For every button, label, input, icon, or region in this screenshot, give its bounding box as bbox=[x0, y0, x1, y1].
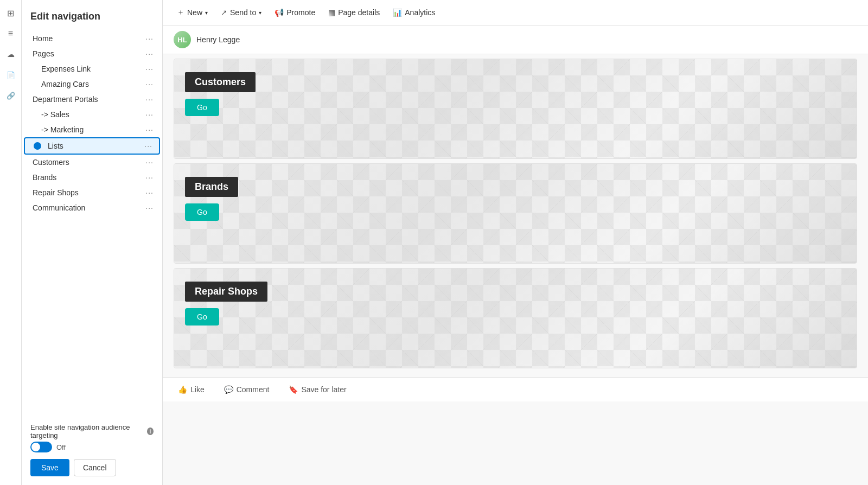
user-name: Henry Legge bbox=[196, 35, 240, 44]
nav-actions: Save Cancel bbox=[30, 459, 154, 476]
send-chevron-icon: ▾ bbox=[259, 10, 261, 16]
customers-card-title: Customers bbox=[185, 72, 256, 92]
more-options-repair-shops[interactable]: ··· bbox=[145, 188, 154, 197]
more-options-sales[interactable]: ··· bbox=[145, 110, 154, 119]
like-button[interactable]: 👍 Like bbox=[174, 383, 209, 396]
nav-item-repair-shops[interactable]: Repair Shops ··· bbox=[24, 185, 160, 200]
nav-items-list: Home ··· Pages ··· Expenses Link ··· Ama… bbox=[22, 31, 162, 215]
more-options-lists[interactable]: ··· bbox=[144, 142, 152, 150]
customers-card: Customers Go bbox=[174, 59, 857, 159]
promote-button[interactable]: 📢 Promote bbox=[269, 5, 321, 20]
plus-icon: ＋ bbox=[177, 8, 184, 17]
new-chevron-icon: ▾ bbox=[205, 10, 208, 16]
toggle-row: Off bbox=[30, 442, 154, 452]
nav-item-home[interactable]: Home ··· bbox=[24, 31, 160, 46]
nav-item-sales[interactable]: -> Sales ··· bbox=[24, 107, 160, 122]
audience-targeting-label: Enable site navigation audience targetin… bbox=[30, 423, 154, 439]
comment-icon: 💬 bbox=[224, 385, 233, 394]
toggle-knob bbox=[31, 443, 40, 451]
card-bg-brands bbox=[174, 164, 857, 263]
nav-item-marketing[interactable]: -> Marketing ··· bbox=[24, 122, 160, 137]
link-icon[interactable]: 🔗 bbox=[2, 87, 20, 104]
toggle-state-label: Off bbox=[56, 443, 66, 451]
details-icon: ▦ bbox=[328, 8, 335, 17]
nav-item-amazing-cars[interactable]: Amazing Cars ··· bbox=[24, 76, 160, 92]
new-button[interactable]: ＋ New ▾ bbox=[171, 4, 213, 21]
more-options-expenses[interactable]: ··· bbox=[145, 65, 154, 73]
page-area: HL Henry Legge Customers Go Brands Go bbox=[163, 25, 868, 485]
analytics-button[interactable]: 📊 Analytics bbox=[387, 5, 441, 20]
main-content: ＋ New ▾ ↗ Send to ▾ 📢 Promote ▦ Page det… bbox=[163, 0, 868, 485]
promote-icon: 📢 bbox=[275, 8, 284, 17]
analytics-icon: 📊 bbox=[393, 8, 402, 17]
more-options-dept[interactable]: ··· bbox=[145, 95, 154, 104]
repair-shops-card: Repair Shops Go bbox=[174, 268, 857, 368]
repair-shops-card-title: Repair Shops bbox=[185, 282, 267, 302]
bookmark-icon: 🔖 bbox=[289, 385, 298, 394]
nav-item-customers[interactable]: Customers ··· bbox=[24, 155, 160, 170]
menu-icon[interactable]: ≡ bbox=[2, 25, 20, 42]
card-content-customers: Customers Go bbox=[174, 59, 266, 129]
nav-item-department-portals[interactable]: Department Portals ··· bbox=[24, 92, 160, 107]
nav-item-communication[interactable]: Communication ··· bbox=[24, 200, 160, 215]
more-options-amazing-cars[interactable]: ··· bbox=[145, 80, 154, 88]
more-options-customers[interactable]: ··· bbox=[145, 158, 154, 167]
more-options-communication[interactable]: ··· bbox=[145, 203, 154, 212]
comment-button[interactable]: 💬 Comment bbox=[220, 383, 274, 396]
page-icon[interactable]: 📄 bbox=[2, 66, 20, 84]
send-icon: ↗ bbox=[221, 8, 227, 17]
like-icon: 👍 bbox=[178, 385, 187, 394]
cards-container: Customers Go Brands Go Repair Shops Go bbox=[163, 54, 868, 377]
brands-go-button[interactable]: Go bbox=[185, 203, 219, 221]
repair-shops-go-button[interactable]: Go bbox=[185, 308, 219, 326]
card-bg-customers bbox=[174, 59, 857, 158]
panel-title: Edit navigation bbox=[22, 0, 162, 31]
action-bar: 👍 Like 💬 Comment 🔖 Save for later bbox=[163, 377, 868, 401]
more-options-pages[interactable]: ··· bbox=[145, 49, 154, 58]
nav-item-expenses-link[interactable]: Expenses Link ··· bbox=[24, 61, 160, 76]
info-icon[interactable]: i bbox=[147, 427, 154, 435]
nav-item-lists[interactable]: Lists ··· bbox=[24, 137, 160, 155]
drag-handle[interactable] bbox=[34, 142, 41, 150]
nav-item-pages[interactable]: Pages ··· bbox=[24, 46, 160, 61]
nav-bottom: Enable site navigation audience targetin… bbox=[22, 414, 162, 485]
brands-card-title: Brands bbox=[185, 177, 238, 197]
audience-toggle[interactable] bbox=[30, 442, 52, 452]
icon-rail: ⊞ ≡ ☁ 📄 🔗 bbox=[0, 0, 22, 485]
send-to-button[interactable]: ↗ Send to ▾ bbox=[215, 5, 267, 20]
nav-item-brands[interactable]: Brands ··· bbox=[24, 170, 160, 185]
cloud-icon[interactable]: ☁ bbox=[2, 46, 20, 63]
home-nav-icon[interactable]: ⊞ bbox=[2, 4, 20, 22]
brands-card: Brands Go bbox=[174, 163, 857, 264]
toolbar: ＋ New ▾ ↗ Send to ▾ 📢 Promote ▦ Page det… bbox=[163, 0, 868, 25]
card-content-brands: Brands Go bbox=[174, 164, 249, 234]
navigation-panel: Edit navigation Home ··· Pages ··· Expen… bbox=[22, 0, 163, 485]
more-options-brands[interactable]: ··· bbox=[145, 173, 154, 182]
customers-go-button[interactable]: Go bbox=[185, 99, 219, 116]
card-content-repair-shops: Repair Shops Go bbox=[174, 269, 278, 339]
save-for-later-button[interactable]: 🔖 Save for later bbox=[284, 383, 350, 396]
more-options-home[interactable]: ··· bbox=[145, 34, 154, 43]
page-details-button[interactable]: ▦ Page details bbox=[323, 5, 385, 20]
more-options-marketing[interactable]: ··· bbox=[145, 125, 154, 134]
cancel-button[interactable]: Cancel bbox=[74, 459, 116, 476]
avatar: HL bbox=[174, 31, 191, 48]
user-header: HL Henry Legge bbox=[163, 25, 868, 54]
save-button[interactable]: Save bbox=[30, 459, 69, 476]
